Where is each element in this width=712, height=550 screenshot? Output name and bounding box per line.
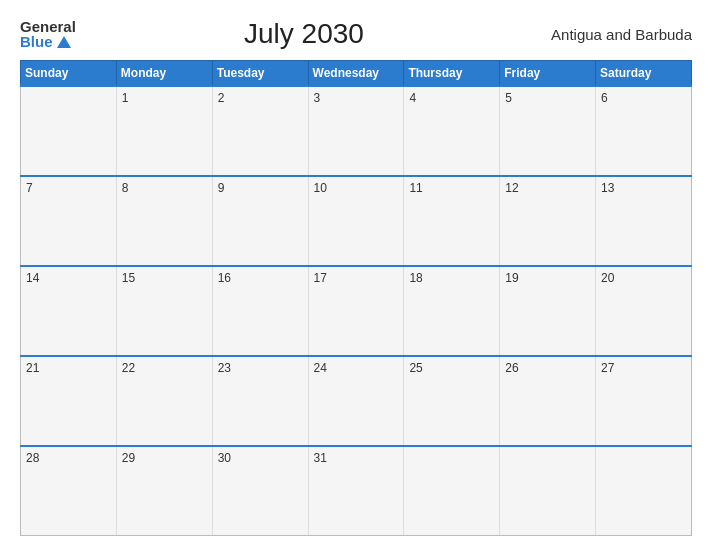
- calendar-day-cell: 11: [404, 176, 500, 266]
- col-saturday: Saturday: [596, 61, 692, 87]
- calendar-day-cell: [21, 86, 117, 176]
- day-number: 3: [314, 91, 321, 105]
- calendar-day-cell: 18: [404, 266, 500, 356]
- logo-triangle-icon: [57, 36, 71, 48]
- day-number: 29: [122, 451, 135, 465]
- col-thursday: Thursday: [404, 61, 500, 87]
- day-number: 12: [505, 181, 518, 195]
- day-number: 11: [409, 181, 422, 195]
- calendar-week-row: 28293031: [21, 446, 692, 536]
- day-number: 6: [601, 91, 608, 105]
- day-number: 24: [314, 361, 327, 375]
- calendar-day-cell: 3: [308, 86, 404, 176]
- calendar-day-cell: 29: [116, 446, 212, 536]
- day-number: 28: [26, 451, 39, 465]
- day-number: 4: [409, 91, 416, 105]
- day-number: 18: [409, 271, 422, 285]
- calendar-day-cell: 17: [308, 266, 404, 356]
- calendar-day-cell: 30: [212, 446, 308, 536]
- calendar-title: July 2030: [76, 18, 532, 50]
- calendar-day-cell: 28: [21, 446, 117, 536]
- day-number: 8: [122, 181, 129, 195]
- day-number: 14: [26, 271, 39, 285]
- calendar-day-cell: 22: [116, 356, 212, 446]
- calendar-day-cell: 12: [500, 176, 596, 266]
- col-friday: Friday: [500, 61, 596, 87]
- day-number: 22: [122, 361, 135, 375]
- day-number: 7: [26, 181, 33, 195]
- calendar-day-cell: 13: [596, 176, 692, 266]
- calendar-day-cell: 7: [21, 176, 117, 266]
- day-number: 30: [218, 451, 231, 465]
- calendar-day-cell: 8: [116, 176, 212, 266]
- calendar-day-cell: 14: [21, 266, 117, 356]
- calendar-day-cell: [596, 446, 692, 536]
- calendar-day-cell: 19: [500, 266, 596, 356]
- logo: General Blue: [20, 19, 76, 49]
- day-number: 21: [26, 361, 39, 375]
- col-monday: Monday: [116, 61, 212, 87]
- calendar-day-cell: 23: [212, 356, 308, 446]
- calendar-day-cell: 16: [212, 266, 308, 356]
- calendar-day-cell: 25: [404, 356, 500, 446]
- logo-general-text: General: [20, 19, 76, 34]
- header: General Blue July 2030 Antigua and Barbu…: [20, 18, 692, 50]
- calendar-week-row: 123456: [21, 86, 692, 176]
- calendar-day-cell: 9: [212, 176, 308, 266]
- day-number: 15: [122, 271, 135, 285]
- calendar-day-cell: 1: [116, 86, 212, 176]
- calendar-week-row: 21222324252627: [21, 356, 692, 446]
- day-number: 26: [505, 361, 518, 375]
- day-number: 13: [601, 181, 614, 195]
- calendar-day-cell: 24: [308, 356, 404, 446]
- calendar-day-cell: 20: [596, 266, 692, 356]
- calendar-day-cell: [404, 446, 500, 536]
- calendar-day-cell: 15: [116, 266, 212, 356]
- calendar-week-row: 14151617181920: [21, 266, 692, 356]
- col-tuesday: Tuesday: [212, 61, 308, 87]
- calendar-day-cell: 21: [21, 356, 117, 446]
- calendar-day-cell: 4: [404, 86, 500, 176]
- day-number: 20: [601, 271, 614, 285]
- day-number: 17: [314, 271, 327, 285]
- day-number: 27: [601, 361, 614, 375]
- calendar-day-cell: 27: [596, 356, 692, 446]
- day-number: 2: [218, 91, 225, 105]
- calendar-page: General Blue July 2030 Antigua and Barbu…: [0, 0, 712, 550]
- calendar-day-cell: 31: [308, 446, 404, 536]
- day-number: 9: [218, 181, 225, 195]
- calendar-day-cell: 6: [596, 86, 692, 176]
- day-number: 5: [505, 91, 512, 105]
- calendar-table: Sunday Monday Tuesday Wednesday Thursday…: [20, 60, 692, 536]
- day-number: 23: [218, 361, 231, 375]
- calendar-header-row: Sunday Monday Tuesday Wednesday Thursday…: [21, 61, 692, 87]
- col-wednesday: Wednesday: [308, 61, 404, 87]
- day-number: 10: [314, 181, 327, 195]
- calendar-day-cell: 10: [308, 176, 404, 266]
- calendar-day-cell: 2: [212, 86, 308, 176]
- col-sunday: Sunday: [21, 61, 117, 87]
- calendar-day-cell: 5: [500, 86, 596, 176]
- calendar-body: 1234567891011121314151617181920212223242…: [21, 86, 692, 536]
- day-number: 31: [314, 451, 327, 465]
- day-number: 25: [409, 361, 422, 375]
- day-number: 1: [122, 91, 129, 105]
- calendar-day-cell: 26: [500, 356, 596, 446]
- calendar-day-cell: [500, 446, 596, 536]
- calendar-week-row: 78910111213: [21, 176, 692, 266]
- day-number: 16: [218, 271, 231, 285]
- logo-blue-text: Blue: [20, 34, 71, 49]
- day-number: 19: [505, 271, 518, 285]
- country-label: Antigua and Barbuda: [532, 26, 692, 43]
